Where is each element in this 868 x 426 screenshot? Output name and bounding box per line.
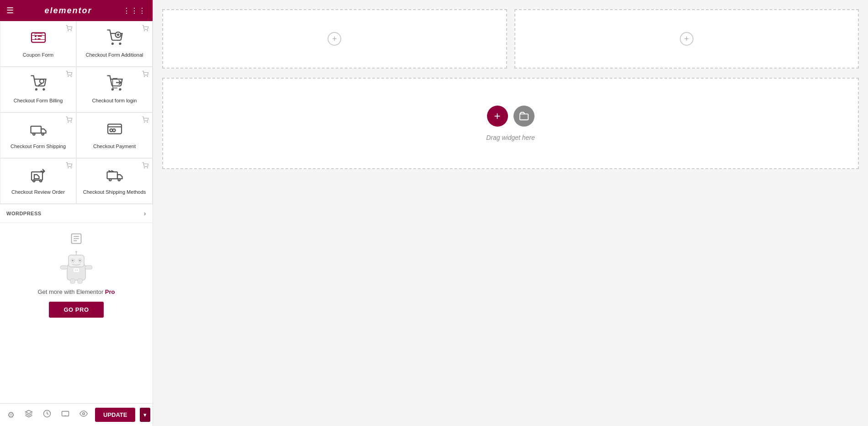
svg-point-52	[75, 270, 76, 271]
svg-point-3	[35, 36, 36, 37]
svg-point-43	[72, 260, 74, 261]
grid-icon[interactable]: ⋮⋮⋮	[123, 6, 146, 15]
main-canvas: + + + Drag widget here	[153, 0, 868, 426]
svg-point-46	[75, 251, 77, 253]
canvas-section-right[interactable]: +	[514, 9, 859, 69]
cart-badge-icon	[142, 117, 148, 124]
svg-rect-20	[31, 126, 41, 133]
checkout-form-login-label: Checkout form login	[92, 97, 137, 104]
svg-point-37	[118, 179, 120, 181]
coupon-form-label: Coupon Form	[23, 52, 53, 58]
checkout-form-billing-icon	[30, 75, 47, 95]
update-button[interactable]: UPDATE	[95, 408, 135, 422]
drop-folder-button[interactable]	[513, 106, 535, 127]
responsive-icon[interactable]	[58, 407, 72, 423]
svg-point-16	[112, 89, 113, 90]
canvas-top-row: + +	[162, 9, 859, 69]
svg-point-17	[119, 89, 121, 90]
svg-point-9	[68, 76, 69, 77]
widget-checkout-form-login[interactable]: Checkout form login	[76, 67, 153, 112]
svg-rect-60	[519, 114, 528, 120]
svg-point-15	[147, 76, 148, 77]
svg-point-28	[68, 168, 69, 168]
svg-rect-51	[73, 268, 79, 272]
svg-point-29	[71, 168, 71, 168]
history-icon[interactable]	[40, 407, 54, 423]
cart-badge-icon	[142, 71, 148, 79]
svg-point-34	[147, 168, 148, 168]
svg-point-19	[71, 122, 71, 122]
svg-point-5	[147, 31, 148, 31]
robot-illustration	[56, 232, 97, 285]
svg-point-23	[144, 122, 145, 122]
cart-badge-icon	[142, 162, 148, 170]
preview-icon[interactable]	[77, 407, 90, 423]
checkout-review-order-label: Checkout Review Order	[11, 189, 65, 195]
drop-add-button[interactable]: +	[487, 106, 508, 127]
coupon-form-icon	[30, 29, 47, 49]
svg-point-14	[144, 76, 145, 77]
cart-badge-icon	[66, 71, 72, 79]
add-section-button-right[interactable]: +	[680, 32, 693, 46]
checkout-shipping-methods-icon	[106, 166, 123, 186]
svg-point-10	[71, 76, 71, 77]
svg-point-0	[68, 31, 69, 31]
svg-point-12	[43, 89, 44, 90]
svg-point-32	[40, 180, 42, 182]
drop-zone: + Drag widget here	[162, 78, 859, 169]
svg-rect-47	[60, 266, 68, 269]
drop-zone-buttons: +	[487, 106, 535, 127]
svg-point-36	[109, 179, 111, 181]
svg-point-53	[77, 270, 78, 271]
add-section-button-left[interactable]: +	[328, 32, 341, 46]
svg-rect-56	[62, 411, 69, 416]
svg-rect-50	[78, 279, 82, 283]
bottom-bar: ⚙ UPDATE ▾	[0, 403, 153, 426]
widget-checkout-form-shipping[interactable]: Checkout Form Shipping	[0, 112, 76, 158]
list-widget-icon	[70, 232, 83, 248]
promo-text: Get more with Elementor Pro	[37, 288, 115, 295]
svg-point-7	[119, 43, 121, 44]
wordpress-section[interactable]: WORDPRESS ›	[0, 204, 153, 223]
svg-point-6	[112, 43, 113, 44]
widget-checkout-payment[interactable]: Checkout Payment	[76, 112, 153, 158]
layers-icon[interactable]	[22, 407, 36, 423]
go-pro-button[interactable]: GO PRO	[49, 302, 103, 318]
checkout-form-shipping-icon	[30, 121, 47, 140]
checkout-review-order-icon	[30, 166, 47, 186]
checkout-payment-icon	[106, 121, 123, 140]
checkout-form-shipping-label: Checkout Form Shipping	[11, 143, 66, 149]
widget-checkout-shipping-methods[interactable]: Checkout Shipping Methods	[76, 158, 153, 204]
svg-point-24	[147, 122, 148, 122]
widget-grid: Coupon Form Checkout Form Additional	[0, 21, 153, 204]
checkout-payment-label: Checkout Payment	[93, 143, 136, 149]
cart-badge-icon	[142, 25, 148, 33]
svg-point-11	[36, 89, 37, 90]
widget-checkout-form-billing[interactable]: Checkout Form Billing	[0, 67, 76, 112]
widget-checkout-review-order[interactable]: Checkout Review Order	[0, 158, 76, 204]
cart-badge-icon	[66, 117, 72, 124]
svg-point-21	[33, 133, 35, 135]
svg-point-59	[83, 413, 85, 415]
widget-coupon-form[interactable]: Coupon Form	[0, 21, 76, 67]
widget-checkout-form-additional[interactable]: Checkout Form Additional	[76, 21, 153, 67]
checkout-form-additional-icon	[106, 29, 123, 49]
checkout-shipping-methods-label: Checkout Shipping Methods	[83, 189, 146, 195]
svg-rect-48	[85, 266, 92, 269]
pro-promo: Get more with Elementor Pro GO PRO	[0, 223, 153, 403]
svg-rect-35	[107, 172, 117, 179]
update-arrow-button[interactable]: ▾	[140, 408, 150, 422]
svg-point-44	[79, 260, 81, 261]
canvas-section-left[interactable]: +	[162, 9, 507, 69]
svg-point-18	[68, 122, 69, 122]
collapse-sidebar-handle[interactable]: ‹	[153, 204, 153, 222]
settings-icon[interactable]: ⚙	[5, 407, 17, 423]
svg-rect-49	[70, 279, 75, 283]
elementor-logo: elementor	[44, 6, 92, 16]
svg-point-33	[144, 168, 145, 168]
topbar: ☰ elementor ⋮⋮⋮	[0, 0, 153, 21]
checkout-form-additional-label: Checkout Form Additional	[86, 52, 143, 58]
robot-svg	[56, 250, 97, 285]
menu-icon[interactable]: ☰	[6, 5, 14, 16]
cart-badge-icon	[66, 25, 72, 33]
